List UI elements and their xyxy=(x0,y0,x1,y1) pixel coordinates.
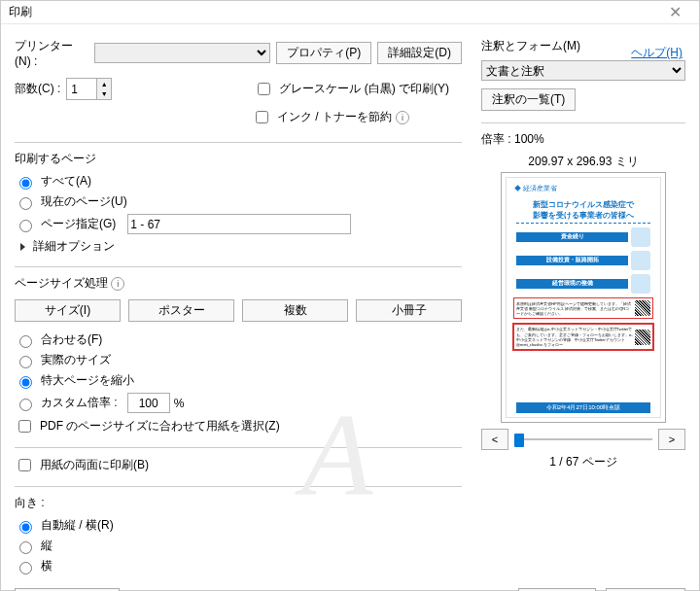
range-all-radio[interactable] xyxy=(19,177,32,190)
print-dialog: 印刷 ✕ ヘルプ(H) プリンター(N) : プロパティ(P) 詳細設定(D) … xyxy=(0,0,700,591)
tab-poster[interactable]: ポスター xyxy=(128,299,234,322)
fit-radio[interactable] xyxy=(19,335,32,348)
tab-size[interactable]: サイズ(I) xyxy=(15,299,121,322)
preview-nav: < > xyxy=(481,429,685,450)
orient-auto-label: 自動縦 / 横(R) xyxy=(41,517,114,534)
paper-dim: 209.97 x 296.93 ミリ xyxy=(481,154,685,170)
orient-title: 向き : xyxy=(15,495,462,511)
comments-select[interactable]: 文書と注釈 xyxy=(481,60,685,81)
printer-select[interactable] xyxy=(94,43,271,63)
range-current-radio[interactable] xyxy=(19,197,32,210)
orient-portrait-label: 縦 xyxy=(41,538,52,554)
properties-button[interactable]: プロパティ(P) xyxy=(276,42,371,64)
custom-scale-input[interactable] xyxy=(127,393,170,413)
printer-label: プリンター(N) : xyxy=(15,38,88,68)
chevron-down-icon[interactable]: ▼ xyxy=(96,89,111,100)
custom-unit: % xyxy=(174,397,185,410)
orient-auto-radio[interactable] xyxy=(19,521,32,534)
range-pages-label: ページ指定(G) xyxy=(41,216,116,232)
sizing-title: ページサイズ処理 i xyxy=(15,275,462,292)
orient-landscape-label: 横 xyxy=(41,558,52,574)
savetoner-label: インク / トナーを節約 xyxy=(277,109,392,125)
savetoner-checkbox[interactable] xyxy=(256,111,268,123)
info-icon[interactable]: i xyxy=(396,111,409,124)
chevron-up-icon[interactable]: ▲ xyxy=(96,79,111,89)
window-title: 印刷 xyxy=(9,4,32,20)
tab-multi[interactable]: 複数 xyxy=(242,299,348,322)
prev-page-button[interactable]: < xyxy=(481,429,508,450)
grayscale-checkbox[interactable] xyxy=(258,83,270,95)
custom-label: カスタム倍率 : xyxy=(41,395,118,411)
left-panel: ヘルプ(H) プリンター(N) : プロパティ(P) 詳細設定(D) 部数(C)… xyxy=(15,38,462,578)
comments-summary-button[interactable]: 注釈の一覧(T) xyxy=(481,88,576,111)
range-pages-radio[interactable] xyxy=(19,220,32,232)
next-page-button[interactable]: > xyxy=(658,429,685,450)
copies-stepper[interactable]: ▲ ▼ xyxy=(66,78,112,100)
help-link[interactable]: ヘルプ(H) xyxy=(631,45,682,61)
shrink-radio[interactable] xyxy=(19,376,32,389)
actual-radio[interactable] xyxy=(19,356,32,368)
page-indicator: 1 / 67 ページ xyxy=(481,454,685,470)
fit-label: 合わせる(F) xyxy=(41,331,102,348)
range-all-label: すべて(A) xyxy=(41,173,91,190)
more-options[interactable]: 詳細オプション xyxy=(33,238,115,255)
range-title: 印刷するページ xyxy=(15,151,462,167)
tab-booklet[interactable]: 小冊子 xyxy=(356,299,462,322)
duplex-label: 用紙の両面に印刷(B) xyxy=(40,457,149,473)
copies-row: 部数(C) : ▲ ▼ グレースケール (白黒) で印刷(Y) xyxy=(15,76,462,102)
triangle-right-icon[interactable] xyxy=(20,243,25,251)
dialog-content: ヘルプ(H) プリンター(N) : プロパティ(P) 詳細設定(D) 部数(C)… xyxy=(1,24,699,578)
copies-input[interactable] xyxy=(67,80,96,98)
printer-row: プリンター(N) : プロパティ(P) 詳細設定(D) xyxy=(15,38,462,68)
paper-source-checkbox[interactable] xyxy=(18,420,31,433)
duplex-checkbox[interactable] xyxy=(18,459,31,471)
close-icon[interactable]: ✕ xyxy=(659,1,691,23)
copies-label: 部数(C) : xyxy=(15,81,60,97)
grayscale-label: グレースケール (白黒) で印刷(Y) xyxy=(279,81,449,97)
range-current-label: 現在のページ(U) xyxy=(41,193,127,210)
sizing-tabs: サイズ(I) ポスター 複数 小冊子 xyxy=(15,299,462,322)
zoom-value: 100% xyxy=(514,132,544,146)
custom-radio[interactable] xyxy=(19,399,32,411)
print-preview: ◆ 経済産業省 新型コロナウイルス感染症で影響を受ける事業者の皆様へ 資金繰り … xyxy=(501,172,666,423)
range-pages-input[interactable] xyxy=(127,214,351,234)
paper-source-label: PDF のページサイズに合わせて用紙を選択(Z) xyxy=(40,418,280,435)
titlebar: 印刷 ✕ xyxy=(1,1,699,24)
actual-label: 実際のサイズ xyxy=(41,352,111,368)
right-panel: 注釈とフォーム(M) 文書と注釈 注釈の一覧(T) 倍率 : 100% 209.… xyxy=(481,38,685,578)
advanced-button[interactable]: 詳細設定(D) xyxy=(377,42,462,64)
zoom-row: 倍率 : 100% xyxy=(481,131,685,148)
orient-landscape-radio[interactable] xyxy=(19,562,32,574)
orient-portrait-radio[interactable] xyxy=(19,541,32,554)
info-icon[interactable]: i xyxy=(111,277,124,291)
dialog-footer: ページ設定(S)... 印刷 キャンセル xyxy=(1,578,699,591)
page-slider[interactable] xyxy=(514,430,652,449)
shrink-label: 特大ページを縮小 xyxy=(41,372,134,389)
